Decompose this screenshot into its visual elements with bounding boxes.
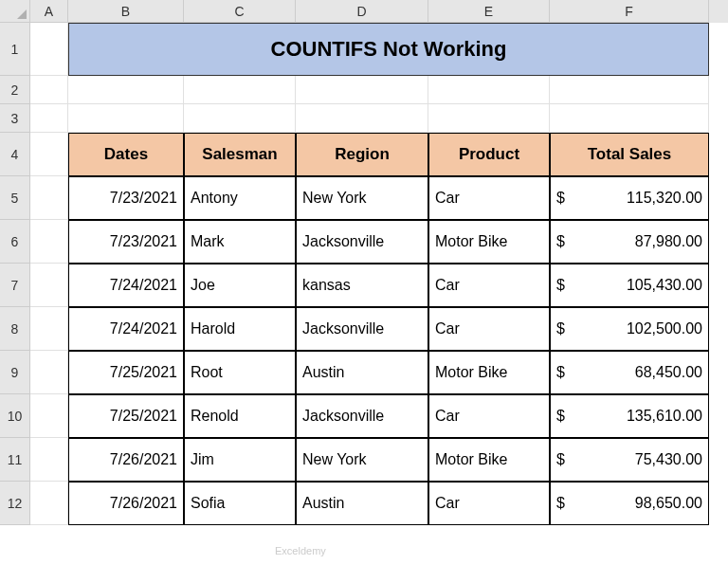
cell-date[interactable]: 7/26/2021 [68, 438, 184, 482]
cell-date[interactable]: 7/26/2021 [68, 482, 184, 525]
cell-F3[interactable] [550, 104, 709, 133]
cell-date[interactable]: 7/25/2021 [68, 394, 184, 438]
cell-A2[interactable] [30, 76, 68, 104]
cell-total-sales[interactable]: $105,430.00 [550, 264, 709, 307]
cell-total-sales[interactable]: $87,980.00 [550, 220, 709, 264]
cell-total-sales[interactable]: $115,320.00 [550, 176, 709, 220]
header-dates[interactable]: Dates [68, 133, 184, 176]
col-header-D[interactable]: D [296, 0, 428, 23]
row-header-12[interactable]: 12 [0, 482, 30, 525]
row-header-8[interactable]: 8 [0, 307, 30, 351]
table-row: 57/23/2021AntonyNew YorkCar$115,320.00 [0, 176, 728, 220]
table-row: 97/25/2021RootAustinMotor Bike$68,450.00 [0, 351, 728, 394]
cell-E3[interactable] [428, 104, 550, 133]
column-header-row: A B C D E F [0, 0, 728, 23]
cell-A7[interactable] [30, 264, 68, 307]
cell-A11[interactable] [30, 438, 68, 482]
cell-salesman[interactable]: Antony [184, 176, 296, 220]
row-header-6[interactable]: 6 [0, 220, 30, 264]
spreadsheet: A B C D E F 1 COUNTIFS Not Working 2 3 4… [0, 0, 728, 583]
cell-salesman[interactable]: Jim [184, 438, 296, 482]
cell-salesman[interactable]: Mark [184, 220, 296, 264]
cell-A9[interactable] [30, 351, 68, 394]
row-header-2[interactable]: 2 [0, 76, 30, 104]
cell-product[interactable]: Car [428, 176, 550, 220]
cell-total-sales[interactable]: $102,500.00 [550, 307, 709, 351]
watermark: Exceldemy [275, 545, 326, 556]
cell-A8[interactable] [30, 307, 68, 351]
cell-total-sales[interactable]: $75,430.00 [550, 438, 709, 482]
header-product[interactable]: Product [428, 133, 550, 176]
cell-total-sales[interactable]: $68,450.00 [550, 351, 709, 394]
row-header-5[interactable]: 5 [0, 176, 30, 220]
cell-product[interactable]: Car [428, 264, 550, 307]
cell-product[interactable]: Motor Bike [428, 438, 550, 482]
cell-salesman[interactable]: Joe [184, 264, 296, 307]
cell-C2[interactable] [184, 76, 296, 104]
cell-B3[interactable] [68, 104, 184, 133]
cell-B2[interactable] [68, 76, 184, 104]
title-cell[interactable]: COUNTIFS Not Working [68, 23, 709, 76]
cell-A1[interactable] [30, 23, 68, 76]
cell-salesman[interactable]: Sofia [184, 482, 296, 525]
cell-date[interactable]: 7/25/2021 [68, 351, 184, 394]
cell-D2[interactable] [296, 76, 428, 104]
cell-D3[interactable] [296, 104, 428, 133]
col-header-C[interactable]: C [184, 0, 296, 23]
cell-region[interactable]: Austin [296, 482, 428, 525]
row-header-3[interactable]: 3 [0, 104, 30, 133]
row-header-7[interactable]: 7 [0, 264, 30, 307]
cell-region[interactable]: Jacksonville [296, 220, 428, 264]
cell-product[interactable]: Motor Bike [428, 351, 550, 394]
col-header-B[interactable]: B [68, 0, 184, 23]
cell-product[interactable]: Car [428, 394, 550, 438]
table-row: 67/23/2021MarkJacksonvilleMotor Bike$87,… [0, 220, 728, 264]
cell-date[interactable]: 7/23/2021 [68, 220, 184, 264]
row-header-11[interactable]: 11 [0, 438, 30, 482]
cell-total-sales[interactable]: $98,650.00 [550, 482, 709, 525]
col-header-A[interactable]: A [30, 0, 68, 23]
row-header-10[interactable]: 10 [0, 394, 30, 438]
cell-region[interactable]: Austin [296, 351, 428, 394]
cell-date[interactable]: 7/24/2021 [68, 307, 184, 351]
table-row: 87/24/2021HaroldJacksonvilleCar$102,500.… [0, 307, 728, 351]
cell-date[interactable]: 7/24/2021 [68, 264, 184, 307]
cell-A3[interactable] [30, 104, 68, 133]
col-header-E[interactable]: E [428, 0, 550, 23]
cell-F2[interactable] [550, 76, 709, 104]
cell-product[interactable]: Car [428, 482, 550, 525]
cell-salesman[interactable]: Root [184, 351, 296, 394]
row-header-4[interactable]: 4 [0, 133, 30, 176]
cell-region[interactable]: kansas [296, 264, 428, 307]
cell-E2[interactable] [428, 76, 550, 104]
row-header-9[interactable]: 9 [0, 351, 30, 394]
header-salesman[interactable]: Salesman [184, 133, 296, 176]
header-region[interactable]: Region [296, 133, 428, 176]
row-1: 1 COUNTIFS Not Working [0, 23, 728, 76]
row-header-1[interactable]: 1 [0, 23, 30, 76]
cell-salesman[interactable]: Harold [184, 307, 296, 351]
select-all-corner[interactable] [0, 0, 30, 23]
cell-product[interactable]: Car [428, 307, 550, 351]
cell-A4[interactable] [30, 133, 68, 176]
cell-A12[interactable] [30, 482, 68, 525]
cell-total-sales[interactable]: $135,610.00 [550, 394, 709, 438]
cell-region[interactable]: New York [296, 176, 428, 220]
row-2: 2 [0, 76, 728, 104]
cell-A6[interactable] [30, 220, 68, 264]
cell-A5[interactable] [30, 176, 68, 220]
row-3: 3 [0, 104, 728, 133]
cell-region[interactable]: Jacksonville [296, 394, 428, 438]
col-header-F[interactable]: F [550, 0, 709, 23]
cell-C3[interactable] [184, 104, 296, 133]
cell-salesman[interactable]: Renold [184, 394, 296, 438]
cell-region[interactable]: Jacksonville [296, 307, 428, 351]
cell-product[interactable]: Motor Bike [428, 220, 550, 264]
cell-A10[interactable] [30, 394, 68, 438]
header-total-sales[interactable]: Total Sales [550, 133, 709, 176]
row-4: 4 Dates Salesman Region Product Total Sa… [0, 133, 728, 176]
table-row: 127/26/2021SofiaAustinCar$98,650.00 [0, 482, 728, 525]
cell-region[interactable]: New York [296, 438, 428, 482]
table-row: 77/24/2021JoekansasCar$105,430.00 [0, 264, 728, 307]
cell-date[interactable]: 7/23/2021 [68, 176, 184, 220]
